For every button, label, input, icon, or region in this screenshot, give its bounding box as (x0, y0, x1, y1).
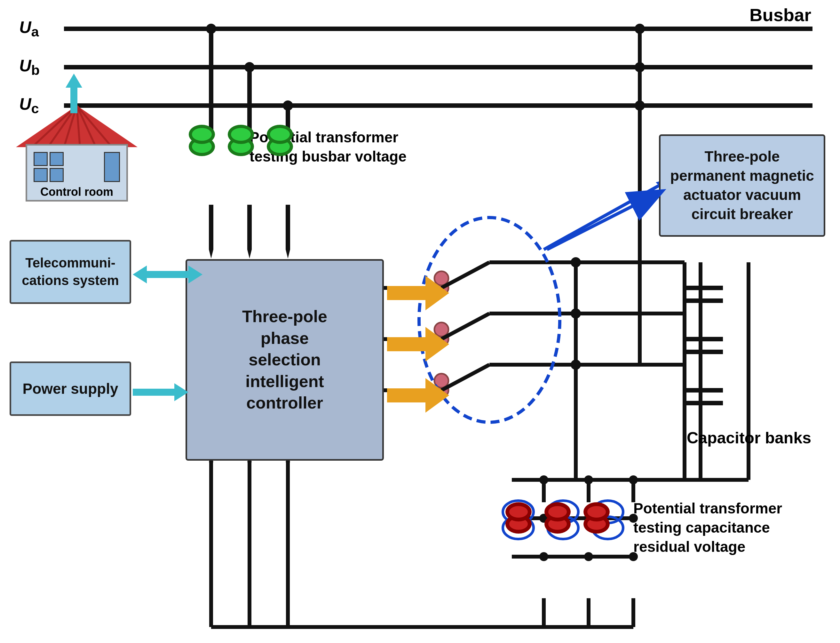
svg-point-50 (539, 475, 548, 484)
pt-cap-3 (584, 502, 610, 534)
controller-box: Three-polephaseselectionintelligentcontr… (186, 259, 384, 461)
telecomm-controller-arrow (133, 266, 202, 284)
orange-arrow-2 (387, 327, 449, 361)
orange-arrow-3 (387, 378, 449, 413)
power-supply-box: Power supply (10, 361, 131, 416)
control-room: Control room (19, 106, 134, 202)
svg-point-42 (634, 100, 645, 111)
svg-line-43 (544, 186, 659, 250)
pt-busbar-1 (189, 125, 215, 156)
svg-point-56 (539, 552, 548, 561)
svg-point-35 (571, 308, 581, 318)
phase-label-b: Ub (19, 56, 40, 78)
pt-cap-group (506, 502, 610, 534)
phase-label-a: Ua (19, 18, 39, 40)
capacitor-banks-label: Capacitor banks (687, 429, 811, 447)
pt-busbar-2 (228, 125, 254, 156)
svg-point-6 (206, 24, 216, 34)
telecomm-box: Telecommuni-cations system (10, 240, 131, 304)
svg-point-36 (571, 359, 581, 370)
pt-cap-1 (506, 502, 532, 534)
power-supply-arrow (133, 383, 188, 401)
pt-cap-label: Potential transformertesting capacitance… (633, 499, 782, 556)
svg-point-34 (571, 257, 581, 268)
svg-marker-12 (209, 250, 214, 258)
pt-busbar-group (189, 125, 293, 156)
pt-busbar-3 (267, 125, 293, 156)
svg-point-7 (245, 62, 254, 72)
pt-cap-2 (545, 502, 571, 534)
svg-marker-13 (247, 250, 252, 258)
svg-point-8 (283, 100, 293, 111)
orange-arrow-1 (387, 276, 449, 310)
svg-point-40 (634, 24, 645, 34)
svg-line-102 (547, 192, 661, 250)
svg-marker-14 (285, 250, 290, 258)
arrow-control-room-up (65, 73, 82, 113)
svg-point-57 (584, 552, 593, 561)
diagram: Busbar Ua Ub Uc Potential transformertes… (0, 0, 840, 643)
svg-point-51 (584, 475, 593, 484)
busbar-title: Busbar (749, 5, 811, 25)
svg-point-52 (629, 475, 638, 484)
breaker-box: Three-polepermanent magneticactuator vac… (659, 134, 825, 237)
svg-point-41 (634, 62, 645, 72)
